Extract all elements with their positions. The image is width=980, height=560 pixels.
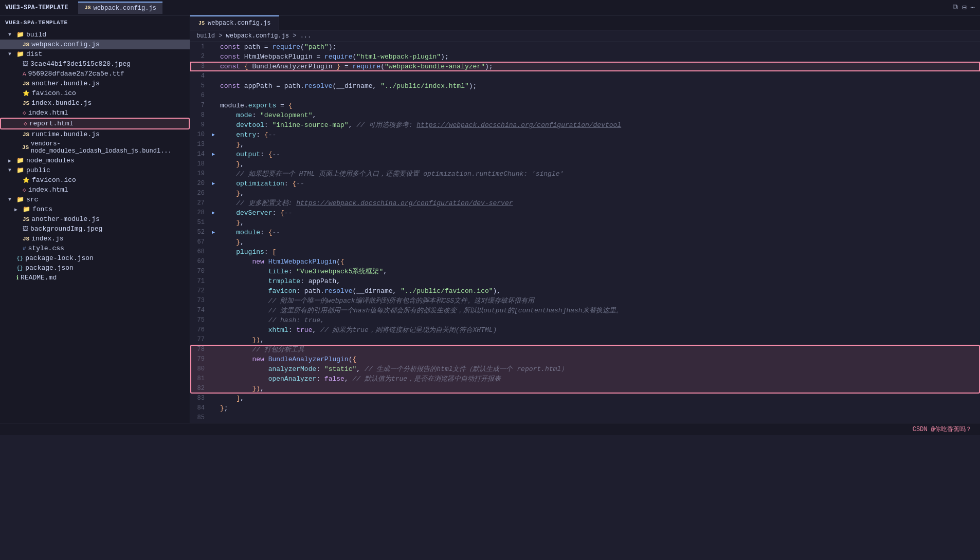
js-icon: JS	[23, 132, 29, 138]
code-line-18: 18 },	[190, 159, 980, 169]
code-line-68: 68 plugins: [	[190, 247, 980, 257]
code-line-71: 71 trmplate: appPath,	[190, 276, 980, 286]
code-line-6: 6	[190, 91, 980, 101]
icon-split[interactable]: ⧉	[953, 3, 958, 12]
bottom-bar-right: CSDN @你吃香蕉吗？	[913, 425, 972, 434]
code-area[interactable]: 1 const path = require("path"); 2 const …	[190, 42, 980, 423]
code-line-4: 4	[190, 71, 980, 81]
bottom-bar: CSDN @你吃香蕉吗？	[0, 423, 980, 435]
app-container: VUE3-SPA-TEMPLATE JS webpack.config.js ⧉…	[0, 0, 980, 435]
code-editor: JS webpack.config.js build > webpack.con…	[190, 15, 980, 423]
sidebar-item-node-modules[interactable]: ▶ 📁 node_modules	[0, 156, 190, 165]
sidebar-item-dist-favicon[interactable]: ⭐ favicon.ico	[0, 88, 190, 98]
chevron-down-icon: ▼	[8, 32, 14, 38]
editor-tabs: JS webpack.config.js	[190, 15, 980, 30]
json-icon: {}	[16, 265, 23, 271]
csdn-badge: CSDN @你吃香蕉吗？	[913, 425, 972, 434]
sidebar-item-fonts-folder[interactable]: ▶ 📁 fonts	[0, 204, 190, 214]
sidebar-item-package-lock[interactable]: {} package-lock.json	[0, 253, 190, 263]
code-line-2: 2 const HtmlWebpackPlugin = require("htm…	[190, 52, 980, 62]
md-icon: ℹ	[16, 274, 19, 281]
html-icon: ◇	[23, 186, 26, 193]
img-icon: 🖼	[23, 226, 28, 232]
folder-icon: 📁	[16, 50, 24, 58]
sidebar-item-vendors[interactable]: JS vendors-node_modules_lodash_lodash_js…	[0, 139, 190, 156]
sidebar-item-src-folder[interactable]: ▼ 📁 src	[0, 195, 190, 204]
code-line-85: 85	[190, 413, 980, 423]
js-icon: JS	[23, 216, 29, 222]
sidebar: VUE3-SPA-TEMPLATE ▼ 📁 build JS webpack.c…	[0, 15, 190, 423]
chevron-right-icon: ▶	[14, 207, 21, 213]
code-line-76: 76 xhtml: true, // 如果为true，则将链接标记呈现为自关闭(…	[190, 325, 980, 335]
code-line-10: 10 ▶ entry: {--	[190, 130, 980, 140]
code-line-26: 26 },	[190, 189, 980, 198]
sidebar-item-package-json[interactable]: {} package.json	[0, 263, 190, 273]
editor-tab-webpack[interactable]: JS webpack.config.js	[190, 15, 279, 30]
breadcrumb-text: build >	[196, 32, 226, 40]
folder-icon: 📁	[16, 166, 24, 174]
code-line-13: 13 },	[190, 140, 980, 150]
top-bar-icons: ⧉ ⊟ ⋯	[953, 3, 975, 12]
js-icon: JS	[23, 81, 29, 87]
sidebar-item-another-bundle[interactable]: JS another.bundle.js	[0, 79, 190, 88]
sidebar-item-readme[interactable]: ℹ README.md	[0, 273, 190, 283]
js-icon: JS	[23, 236, 29, 242]
code-line-80: 80 analyzerMode: "static", // 生成一个分析报告的h…	[190, 364, 980, 374]
sidebar-item-style[interactable]: # style.css	[0, 244, 190, 253]
code-line-9: 9 devtool: "inline-source-map", // 可用选项参…	[190, 120, 980, 130]
code-line-82: 82 }),	[190, 384, 980, 394]
code-line-78: 78 // 打包分析工具	[190, 345, 980, 354]
folder-icon: 📁	[16, 196, 24, 203]
sidebar-item-public-favicon[interactable]: ⭐ favicon.ico	[0, 175, 190, 185]
sidebar-item-index-bundle[interactable]: JS index.bundle.js	[0, 98, 190, 108]
code-line-19: 19 // 如果想要在一个 HTML 页面上使用多个入口，还需要设置 optim…	[190, 169, 980, 179]
code-line-72: 72 favicon: path.resolve(__dirname, "../…	[190, 286, 980, 296]
html-icon: ◇	[24, 120, 27, 127]
code-line-20: 20 ▶ optimization: {--	[190, 179, 980, 189]
js-icon: JS	[23, 42, 29, 48]
code-line-70: 70 title: "Vue3+webpack5系统框架",	[190, 267, 980, 276]
bundle-analyzer-section: 78 // 打包分析工具 79 new BundleAnalyzerPlugin…	[190, 345, 980, 394]
js-icon: JS	[23, 100, 29, 106]
code-line-67: 67 },	[190, 237, 980, 247]
code-line-69: 69 new HtmlWebpackPlugin({	[190, 257, 980, 267]
sidebar-item-dist-jpeg[interactable]: 🖼 3cae44b1f3de1515c820.jpeg	[0, 59, 190, 69]
sidebar-item-dist-index-html[interactable]: ◇ index.html	[0, 108, 190, 118]
chevron-down-icon: ▼	[8, 167, 14, 173]
code-line-1: 1 const path = require("path");	[190, 42, 980, 52]
json-icon: {}	[16, 255, 23, 262]
top-bar-title: VUE3-SPA-TEMPLATE	[5, 4, 68, 11]
code-line-28: 28 ▶ devServer: {--	[190, 208, 980, 218]
main-layout: VUE3-SPA-TEMPLATE ▼ 📁 build JS webpack.c…	[0, 15, 980, 423]
sidebar-header: VUE3-SPA-TEMPLATE	[0, 15, 190, 30]
sidebar-item-public-folder[interactable]: ▼ 📁 public	[0, 165, 190, 175]
code-line-14: 14 ▶ output: {--	[190, 150, 980, 159]
breadcrumb-file: webpack.config.js	[226, 32, 289, 40]
sidebar-item-webpack-config[interactable]: JS webpack.config.js	[0, 40, 190, 49]
code-line-81: 81 openAnalyzer: false, // 默认值为true，是否在浏…	[190, 374, 980, 384]
code-line-77: 77 }),	[190, 335, 980, 345]
sidebar-item-report-html[interactable]: ◇ report.html	[0, 118, 190, 129]
sidebar-item-build-folder[interactable]: ▼ 📁 build	[0, 30, 190, 40]
sidebar-item-dist-folder[interactable]: ▼ 📁 dist	[0, 49, 190, 59]
chevron-down-icon: ▼	[8, 197, 14, 202]
code-line-74: 74 // 这里所有的引用都用一个hash值每次都会所有的都发生改变，所以以ou…	[190, 306, 980, 315]
icon-clone[interactable]: ⊟	[962, 3, 966, 12]
img-icon: 🖼	[23, 61, 28, 67]
code-line-75: 75 // hash: true,	[190, 315, 980, 325]
js-file-icon: JS	[198, 21, 205, 26]
code-line-8: 8 mode: "development",	[190, 110, 980, 120]
top-tab-webpack[interactable]: JS webpack.config.js	[78, 2, 162, 14]
html-icon: ◇	[23, 109, 26, 116]
sidebar-item-bg-img[interactable]: 🖼 backgroundImg.jpeg	[0, 224, 190, 234]
chevron-down-icon: ▼	[8, 51, 14, 57]
sidebar-item-another-module[interactable]: JS another-module.js	[0, 214, 190, 224]
sidebar-item-dist-ttf[interactable]: A 956928dfdaae2a72ca5e.ttf	[0, 69, 190, 79]
sidebar-item-runtime-bundle[interactable]: JS runtime.bundle.js	[0, 129, 190, 139]
top-bar-tabs: JS webpack.config.js	[78, 2, 162, 14]
star-icon: ⭐	[23, 90, 30, 97]
sidebar-item-public-index[interactable]: ◇ index.html	[0, 185, 190, 195]
code-line-3: 3 const { BundleAnalyzerPlugin } = requi…	[190, 62, 980, 71]
icon-more[interactable]: ⋯	[971, 3, 975, 12]
sidebar-item-src-index[interactable]: JS index.js	[0, 234, 190, 244]
